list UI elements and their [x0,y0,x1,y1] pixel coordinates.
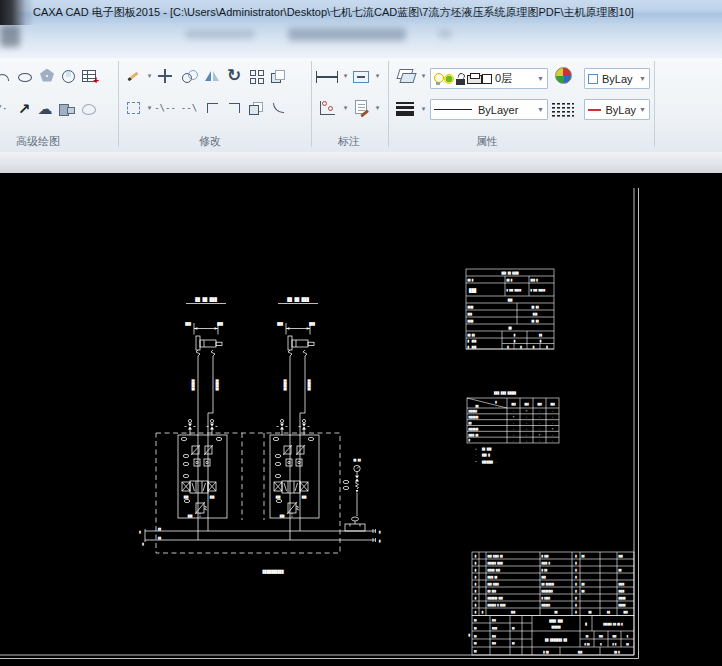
polygon-tool-icon[interactable] [36,62,58,88]
svg-text:█ -███: █ -███ [467,345,477,349]
coordinate-dropdown-arrow[interactable]: ▾ [341,103,350,113]
point-tool-icon[interactable]: /· [0,96,13,122]
svg-text:-: - [525,427,527,431]
directional-valve: ███ ███ [274,481,308,499]
svg-text:█: █ [474,568,477,572]
drawing-viewport[interactable]: ██ ██ ███ ███ ███ ███████ ███████ [0,173,722,666]
dim-label: ███ [184,322,191,326]
reducing-valve: ███ [187,502,207,518]
trim-tool-icon[interactable]: --\ [178,95,200,121]
svg-text:█: █ [599,643,602,646]
local-detail-tool-icon[interactable] [56,96,78,122]
fillet-tool-icon[interactable] [267,95,289,121]
svg-text:█: █ [474,554,477,558]
scale-tool-icon[interactable] [122,95,144,121]
table-tool-icon[interactable]: + [78,63,100,89]
svg-text:█████: █████ [618,596,627,600]
panel-separator [311,61,312,147]
pipe-label: ███████ [191,379,195,391]
svg-text:█: █ [574,610,577,614]
svg-text:██: ██ [606,610,610,614]
window-title: CAXA CAD 电子图板2015 - [C:\Users\Administra… [33,5,634,20]
break-tool-icon[interactable]: -\-- [154,95,176,121]
array-tool-icon[interactable] [245,63,267,89]
circle-tool-icon[interactable] [57,63,79,89]
svg-text:███: ███ [536,402,542,406]
linecolor-select[interactable]: ByLay ▼ [584,99,650,120]
color-select-caret: ▼ [636,75,646,82]
ellipse-tool-icon[interactable] [14,64,36,90]
offset-tool-icon[interactable] [267,63,289,89]
svg-text:█ ███ █████: █ ███ █████ [506,288,522,292]
svg-text:███: ███ [598,635,604,638]
schematic-caption: ██████████ [261,569,284,574]
color-swatch [588,74,598,84]
dimension-style-icon[interactable] [350,64,372,90]
svg-text:███████: ███████ [468,427,479,431]
erase-dropdown-arrow[interactable]: ▾ [145,71,154,81]
svg-text:██: ██ [581,582,585,586]
dimension-dropdown-arrow[interactable]: ▾ [341,71,350,81]
svg-text:█: █ [474,589,477,593]
svg-text:█: █ [574,582,577,586]
text-edit-icon[interactable] [350,94,372,120]
svg-text:█: █ [513,333,516,337]
blob-tool-icon[interactable] [78,96,100,122]
explode-tool-icon[interactable] [245,95,267,121]
copy-tool-icon[interactable] [178,63,200,89]
extend-tool-icon[interactable] [201,95,223,121]
revision-cloud-tool-icon[interactable]: ☁ [34,96,56,122]
layer-tool-icon[interactable] [394,63,416,89]
linecolor-sample [588,109,601,111]
svg-text:██: ██ [511,642,515,645]
mirror-tool-icon[interactable] [201,63,223,89]
svg-text:███: ███ [523,402,529,406]
svg-text:█ -███: █ -███ [467,339,477,343]
linear-dimension-icon[interactable] [314,64,340,90]
svg-text:███: ███ [549,402,555,406]
linestyle-icon[interactable] [550,96,576,122]
lineweight-dropdown-arrow[interactable]: ▾ [419,104,428,114]
circuit-title: ██ ██ ███ [286,297,309,302]
window-icon-area[interactable] [0,0,34,25]
lineweight-icon[interactable] [394,96,416,122]
dim-label: ███ [308,322,315,326]
text-edit-dropdown-arrow[interactable]: ▾ [373,103,382,113]
svg-text:██ ██: ██ ██ [530,305,539,309]
layer-select[interactable]: 0层 ▼ [430,68,548,89]
svg-text:██ ███: ██ ███ [487,589,497,593]
dimension-style-dropdown-arrow[interactable]: ▾ [373,71,382,81]
layer-tool-dropdown-arrow[interactable]: ▾ [419,71,428,81]
pipe-label: ███████ [307,379,311,391]
svg-text:█: █ [519,345,522,349]
layer-color-swatch [482,74,492,84]
drop-pipes [290,518,300,540]
arc-tool-icon[interactable] [0,64,13,90]
color-wheel-icon[interactable] [552,62,574,88]
svg-text:██: ██ [473,635,477,638]
svg-text:███: ███ [510,610,516,614]
dim-label: ███ [216,322,223,326]
color-select[interactable]: ByLay ▼ [584,68,650,89]
group-label-annotate: 标注 [314,134,384,150]
svg-text:-: - [551,409,553,413]
move-tool-icon[interactable] [154,63,176,89]
coordinate-dimension-icon[interactable] [314,95,340,121]
erase-tool-icon[interactable] [122,63,144,89]
linetype-select[interactable]: ByLayer ▼ [430,99,548,120]
hydraulic-cylinder [196,336,222,356]
scale-dropdown-arrow[interactable]: ▾ [145,103,154,113]
svg-text:███: ███ [532,312,538,316]
corner-tool-icon[interactable] [223,95,245,121]
rotate-tool-icon[interactable]: ↻ [223,62,245,88]
panel-separator [118,61,119,147]
svg-text:-: - [512,409,514,413]
svg-text:+: + [525,409,527,413]
svg-text:████: ████ [491,627,498,630]
window-titlebar[interactable]: CAXA CAD 电子图板2015 - [C:\Users\Administra… [0,0,722,26]
svg-text:█████: █████ [618,603,627,607]
svg-text:██: ██ [625,643,629,646]
leader-arrow-tool-icon[interactable]: ↗ [13,96,35,122]
svg-text:██: ██ [473,627,477,630]
svg-text:██: ██ [581,554,585,558]
